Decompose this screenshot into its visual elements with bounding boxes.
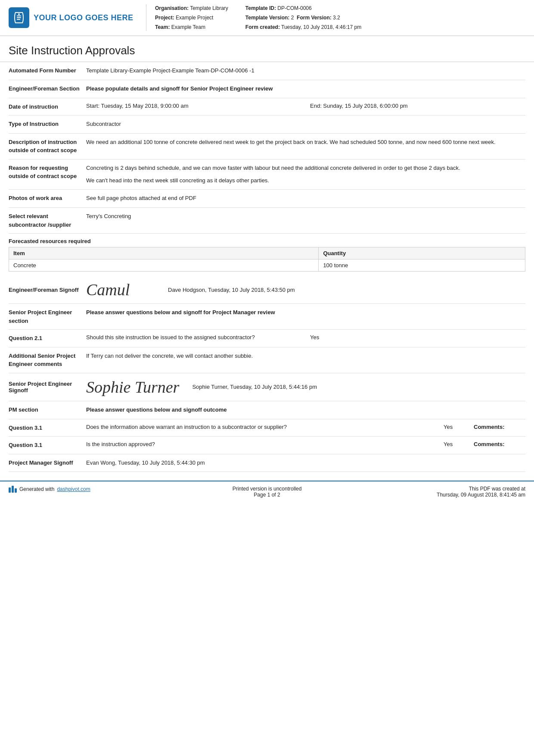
footer-center: Printed version is uncontrolled Page 1 o… [184, 486, 351, 498]
senior-engineer-section-value: Please answer questions below and signof… [86, 308, 525, 317]
question-3-1a-text: Does the information above warrant an in… [86, 424, 439, 430]
header-meta-left: Organisation: Template Library Project: … [155, 4, 228, 31]
reason-value-2: We can't head into the next week still c… [86, 176, 525, 185]
footer: Generated with dashpivot.com Printed ver… [0, 481, 534, 502]
logo-icon [9, 7, 29, 28]
question-3-1a-row: Question 3.1 Does the information above … [9, 419, 525, 437]
additional-comments-value: If Terry can not deliver the concrete, w… [86, 352, 525, 361]
automated-form-number-label: Automated Form Number [9, 66, 86, 75]
item-cell: Concrete [9, 259, 319, 272]
header-meta-right: Template ID: DP-COM-0006 Template Versio… [245, 4, 361, 31]
template-version-line: Template Version: 2 Form Version: 3.2 [245, 14, 361, 22]
subcontractor-value: Terry's Concreting [86, 212, 525, 221]
generated-text: Generated with [19, 486, 54, 492]
type-of-instruction-value: Subcontractor [86, 120, 525, 129]
question-3-1b-comments: Comments: [474, 441, 525, 447]
resources-header-row: Item Quantity [9, 247, 525, 259]
senior-engineer-signoff-signature: Sophie Turner [86, 378, 179, 397]
reason-row: Reason for requesting outside of contrac… [9, 159, 525, 190]
form-created-line: Form created: Tuesday, 10 July 2018, 4:4… [245, 23, 361, 31]
question-2-1-row: Question 2.1 Should this site instructio… [9, 330, 525, 347]
col-qty-header: Quantity [319, 247, 525, 259]
table-row: Concrete100 tonne [9, 259, 525, 272]
subcontractor-label: Select relevant subcontractor /supplier [9, 212, 86, 229]
question-3-1b-label: Question 3.1 [9, 441, 86, 450]
question-3-1b-answer: Yes [444, 441, 469, 447]
photos-value: See full page photos attached at end of … [86, 194, 525, 203]
logo-text: YOUR LOGO GOES HERE [34, 13, 134, 22]
question-3-1b-row: Question 3.1 Is the instruction approved… [9, 437, 525, 454]
logo-section: YOUR LOGO GOES HERE [9, 4, 146, 31]
senior-engineer-signoff-info: Sophie Turner, Tuesday, 10 July 2018, 5:… [192, 384, 317, 390]
pm-section-row: PM section Please answer questions below… [9, 401, 525, 419]
engineer-signoff-content: Camul Dave Hodgson, Tuesday, 10 July 201… [86, 280, 525, 299]
bar1 [9, 487, 11, 493]
footer-right: This PDF was created at Thursday, 09 Aug… [359, 486, 525, 498]
type-of-instruction-label: Type of Instruction [9, 120, 86, 128]
footer-left: Generated with dashpivot.com [9, 486, 175, 493]
page-title: Site Instruction Approvals [0, 36, 534, 62]
team-line: Team: Example Team [155, 23, 228, 31]
reason-value: Concreting is 2 days behind schedule, an… [86, 164, 525, 185]
subcontractor-row: Select relevant subcontractor /supplier … [9, 208, 525, 234]
question-3-1a-content: Does the information above warrant an in… [86, 424, 525, 430]
page-info: Page 1 of 2 [184, 492, 351, 498]
type-of-instruction-row: Type of Instruction Subcontractor [9, 116, 525, 134]
engineer-signoff-signature: Camul [86, 280, 155, 299]
pdf-created-date: Thursday, 09 August 2018, 8:41:45 am [359, 492, 525, 498]
header-meta: Organisation: Template Library Project: … [155, 4, 525, 31]
description-value: We need an additional 100 tonne of concr… [86, 138, 525, 147]
question-2-1-answer: Yes [310, 334, 525, 341]
footer-logo-icon [9, 486, 17, 493]
senior-engineer-signoff-row: Senior Project Engineer Signoff Sophie T… [9, 373, 525, 401]
photos-row: Photos of work area See full page photos… [9, 190, 525, 208]
additional-comments-row: Additional Senior Project Engineer comme… [9, 347, 525, 373]
pm-section-value: Please answer questions below and signof… [86, 406, 525, 415]
question-3-1a-label: Question 3.1 [9, 424, 86, 432]
pm-signoff-label: Project Manager Signoff [9, 459, 86, 467]
date-end: End: Sunday, 15 July 2018, 6:00:00 pm [310, 103, 525, 109]
engineer-foreman-section-label: Engineer/Foreman Section [9, 84, 86, 93]
bar3 [15, 488, 17, 493]
qty-cell: 100 tonne [319, 259, 525, 272]
additional-comments-label: Additional Senior Project Engineer comme… [9, 352, 86, 369]
template-id-line: Template ID: DP-COM-0006 [245, 4, 361, 12]
date-of-instruction-label: Date of instruction [9, 103, 86, 111]
col-item-header: Item [9, 247, 319, 259]
senior-engineer-signoff-label: Senior Project Engineer Signoff [9, 381, 86, 394]
question-2-1-content: Should this site instruction be issued t… [86, 334, 525, 341]
pdf-created-label: This PDF was created at [359, 486, 525, 492]
photos-label: Photos of work area [9, 194, 86, 203]
date-start: Start: Tuesday, 15 May 2018, 9:00:00 am [86, 103, 301, 109]
engineer-foreman-section-row: Engineer/Foreman Section Please populate… [9, 80, 525, 98]
date-of-instruction-row: Date of instruction Start: Tuesday, 15 M… [9, 98, 525, 116]
question-3-1b-text: Is the instruction approved? [86, 441, 439, 447]
content: Automated Form Number Template Library-E… [0, 62, 534, 472]
engineer-foreman-section-value: Please populate details and signoff for … [86, 84, 525, 94]
senior-engineer-section-label: Senior Project Engineer section [9, 308, 86, 325]
description-label: Description of instruction outside of co… [9, 138, 86, 155]
engineer-signoff-info: Dave Hodgson, Tuesday, 10 July 2018, 5:4… [168, 287, 295, 293]
date-of-instruction-value: Start: Tuesday, 15 May 2018, 9:00:00 am … [86, 103, 525, 109]
header: YOUR LOGO GOES HERE Organisation: Templa… [0, 0, 534, 36]
question-2-1-text: Should this site instruction be issued t… [86, 334, 301, 341]
pm-section-label: PM section [9, 406, 86, 414]
bar2 [12, 486, 14, 493]
pm-signoff-row: Project Manager Signoff Evan Wong, Tuesd… [9, 454, 525, 472]
description-row: Description of instruction outside of co… [9, 134, 525, 159]
printed-version: Printed version is uncontrolled [184, 486, 351, 492]
engineer-signoff-row: Engineer/Foreman Signoff Camul Dave Hodg… [9, 276, 525, 304]
dashpivot-link[interactable]: dashpivot.com [57, 486, 90, 492]
resources-table: Item Quantity Concrete100 tonne [9, 247, 525, 272]
automated-form-number-row: Automated Form Number Template Library-E… [9, 62, 525, 80]
engineer-signoff-label: Engineer/Foreman Signoff [9, 287, 86, 293]
reason-value-1: Concreting is 2 days behind schedule, an… [86, 164, 525, 173]
resources-title: Forecasted resources required [9, 238, 525, 244]
resources-section: Forecasted resources required Item Quant… [9, 238, 525, 272]
senior-engineer-section-row: Senior Project Engineer section Please a… [9, 304, 525, 330]
reason-label: Reason for requesting outside of contrac… [9, 164, 86, 181]
org-line: Organisation: Template Library [155, 4, 228, 12]
question-3-1b-content: Is the instruction approved? Yes Comment… [86, 441, 525, 447]
project-line: Project: Example Project [155, 14, 228, 22]
pm-signoff-value: Evan Wong, Tuesday, 10 July 2018, 5:44:3… [86, 459, 525, 468]
